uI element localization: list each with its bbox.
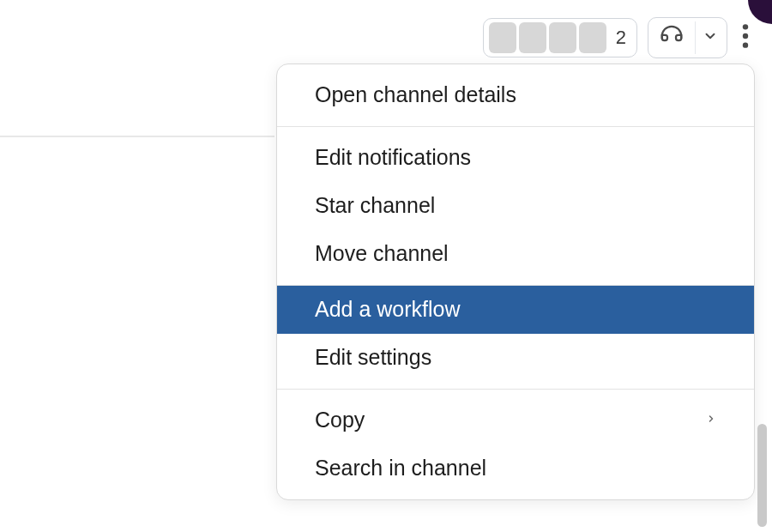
huddle-button-group xyxy=(648,17,727,58)
menu-item-copy[interactable]: Copy xyxy=(277,396,754,444)
menu-section: Copy Search in channel xyxy=(277,390,754,499)
menu-section: Edit notifications Star channel Move cha… xyxy=(277,127,754,284)
scrollbar-thumb[interactable] xyxy=(757,424,767,527)
channel-header-actions: 2 xyxy=(483,15,753,60)
menu-section: Open channel details xyxy=(277,64,754,126)
member-count: 2 xyxy=(616,27,626,49)
menu-item-open-channel-details[interactable]: Open channel details xyxy=(277,71,754,119)
menu-item-add-workflow[interactable]: Add a workflow xyxy=(277,286,754,334)
svg-point-2 xyxy=(743,42,748,47)
menu-item-move-channel[interactable]: Move channel xyxy=(277,230,754,278)
kebab-icon xyxy=(741,22,750,53)
avatar xyxy=(519,22,546,53)
header-divider xyxy=(0,136,274,137)
avatar xyxy=(549,22,576,53)
menu-item-edit-settings[interactable]: Edit settings xyxy=(277,334,754,382)
svg-point-0 xyxy=(743,24,748,29)
avatar xyxy=(489,22,516,53)
chevron-right-icon xyxy=(706,408,716,432)
menu-item-label: Edit notifications xyxy=(315,143,471,172)
channel-actions-menu: Open channel details Edit notifications … xyxy=(276,63,755,500)
menu-item-label: Edit settings xyxy=(315,343,431,372)
menu-item-label: Add a workflow xyxy=(315,295,461,324)
member-avatars-button[interactable]: 2 xyxy=(483,18,637,57)
huddle-dropdown-button[interactable] xyxy=(695,21,727,54)
menu-item-label: Move channel xyxy=(315,239,449,269)
avatar xyxy=(579,22,606,53)
huddle-button[interactable] xyxy=(648,16,695,59)
headphones-icon xyxy=(659,23,685,52)
menu-item-star-channel[interactable]: Star channel xyxy=(277,182,754,230)
menu-section: Add a workflow Edit settings xyxy=(277,286,754,382)
chevron-down-icon xyxy=(703,28,718,47)
menu-item-label: Search in channel xyxy=(315,454,486,483)
more-actions-button[interactable] xyxy=(738,15,753,60)
menu-item-search-in-channel[interactable]: Search in channel xyxy=(277,444,754,493)
menu-item-label: Open channel details xyxy=(315,81,516,110)
menu-item-label: Copy xyxy=(315,406,365,435)
svg-point-1 xyxy=(743,33,748,39)
menu-item-edit-notifications[interactable]: Edit notifications xyxy=(277,134,754,182)
menu-item-label: Star channel xyxy=(315,191,435,221)
